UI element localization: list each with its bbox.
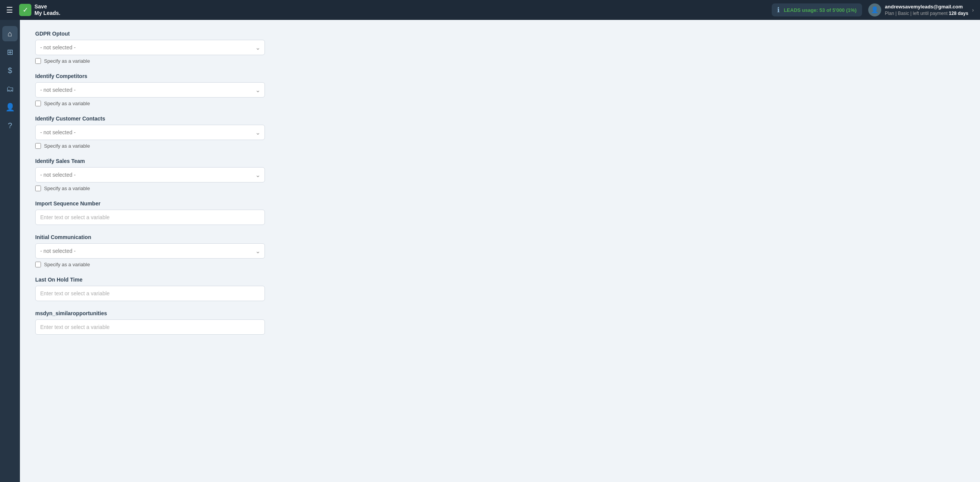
leads-usage: ℹ LEADS usage: 53 of 5'000 (1%) — [772, 3, 862, 16]
identify-sales-team-variable-label[interactable]: Specify as a variable — [35, 186, 965, 191]
identify-sales-team-select-wrapper: - not selected - ⌄ — [35, 167, 265, 182]
main-layout: ⌂ ⊞ $ 🗂 👤 ? GDPR Optout - not selected -… — [0, 20, 980, 482]
identify-competitors-group: Identify Competitors - not selected - ⌄ … — [35, 73, 965, 106]
logo-check: ✓ — [19, 4, 31, 16]
gdpr-optout-select-wrapper: - not selected - ⌄ — [35, 40, 265, 55]
identify-competitors-variable-text: Specify as a variable — [44, 101, 90, 106]
identify-sales-team-variable-checkbox[interactable] — [35, 186, 41, 191]
logo: ✓ Save My Leads. — [19, 3, 60, 16]
import-sequence-number-input[interactable] — [35, 210, 265, 225]
identify-customer-contacts-group: Identify Customer Contacts - not selecte… — [35, 116, 965, 149]
identify-customer-contacts-select-wrapper: - not selected - ⌄ — [35, 125, 265, 140]
gdpr-optout-variable-checkbox[interactable] — [35, 58, 41, 64]
initial-communication-variable-checkbox[interactable] — [35, 262, 41, 267]
sidebar-item-briefcase[interactable]: 🗂 — [2, 81, 18, 96]
gdpr-optout-variable-label[interactable]: Specify as a variable — [35, 58, 965, 64]
gdpr-optout-select[interactable]: - not selected - — [35, 40, 265, 55]
menu-icon[interactable]: ☰ — [6, 5, 13, 15]
user-info: 👤 andrewsavemyleads@gmail.com Plan | Bas… — [868, 3, 974, 17]
initial-communication-group: Initial Communication - not selected - ⌄… — [35, 234, 965, 267]
import-sequence-number-group: Import Sequence Number — [35, 200, 965, 225]
identify-sales-team-group: Identify Sales Team - not selected - ⌄ S… — [35, 158, 965, 191]
identify-competitors-variable-label[interactable]: Specify as a variable — [35, 101, 965, 106]
initial-communication-label: Initial Communication — [35, 234, 965, 240]
gdpr-optout-variable-text: Specify as a variable — [44, 58, 90, 64]
identify-competitors-variable-checkbox[interactable] — [35, 101, 41, 106]
identify-competitors-label: Identify Competitors — [35, 73, 965, 79]
identify-competitors-select[interactable]: - not selected - — [35, 82, 265, 98]
identify-sales-team-label: Identify Sales Team — [35, 158, 965, 164]
identify-customer-contacts-label: Identify Customer Contacts — [35, 116, 965, 122]
info-icon: ℹ — [777, 6, 780, 14]
initial-communication-variable-text: Specify as a variable — [44, 262, 90, 267]
msdyn-similaropportunities-label: msdyn_similaropportunities — [35, 310, 965, 316]
msdyn-similaropportunities-group: msdyn_similaropportunities — [35, 310, 965, 335]
user-details: andrewsavemyleads@gmail.com Plan | Basic… — [885, 3, 969, 17]
sidebar-item-dollar[interactable]: $ — [2, 63, 18, 78]
initial-communication-select-wrapper: - not selected - ⌄ — [35, 243, 265, 259]
avatar: 👤 — [868, 3, 881, 16]
last-on-hold-time-group: Last On Hold Time — [35, 277, 965, 301]
sidebar-item-grid[interactable]: ⊞ — [2, 44, 18, 60]
initial-communication-select[interactable]: - not selected - — [35, 243, 265, 259]
gdpr-optout-label: GDPR Optout — [35, 31, 965, 37]
last-on-hold-time-input[interactable] — [35, 286, 265, 301]
import-sequence-number-label: Import Sequence Number — [35, 200, 965, 207]
user-plan: Plan | Basic | left until payment 128 da… — [885, 10, 969, 17]
identify-competitors-select-wrapper: - not selected - ⌄ — [35, 82, 265, 98]
gdpr-optout-group: GDPR Optout - not selected - ⌄ Specify a… — [35, 31, 965, 64]
identify-customer-contacts-variable-text: Specify as a variable — [44, 143, 90, 149]
last-on-hold-time-label: Last On Hold Time — [35, 277, 965, 283]
identify-customer-contacts-select[interactable]: - not selected - — [35, 125, 265, 140]
main-content: GDPR Optout - not selected - ⌄ Specify a… — [20, 20, 980, 482]
identify-customer-contacts-variable-label[interactable]: Specify as a variable — [35, 143, 965, 149]
sidebar: ⌂ ⊞ $ 🗂 👤 ? — [0, 20, 20, 482]
identify-customer-contacts-variable-checkbox[interactable] — [35, 143, 41, 149]
topbar-chevron-icon[interactable]: › — [972, 7, 974, 13]
identify-sales-team-variable-text: Specify as a variable — [44, 186, 90, 191]
msdyn-similaropportunities-input[interactable] — [35, 319, 265, 335]
topbar: ☰ ✓ Save My Leads. ℹ LEADS usage: 53 of … — [0, 0, 980, 20]
initial-communication-variable-label[interactable]: Specify as a variable — [35, 262, 965, 267]
sidebar-item-user[interactable]: 👤 — [2, 99, 18, 115]
logo-text: Save My Leads. — [34, 3, 60, 16]
sidebar-item-home[interactable]: ⌂ — [2, 26, 18, 41]
user-email: andrewsavemyleads@gmail.com — [885, 3, 969, 10]
sidebar-item-help[interactable]: ? — [2, 118, 18, 133]
leads-usage-value: 53 of 5'000 (1%) — [820, 7, 857, 13]
identify-sales-team-select[interactable]: - not selected - — [35, 167, 265, 182]
leads-usage-text: LEADS usage: 53 of 5'000 (1%) — [784, 7, 856, 13]
